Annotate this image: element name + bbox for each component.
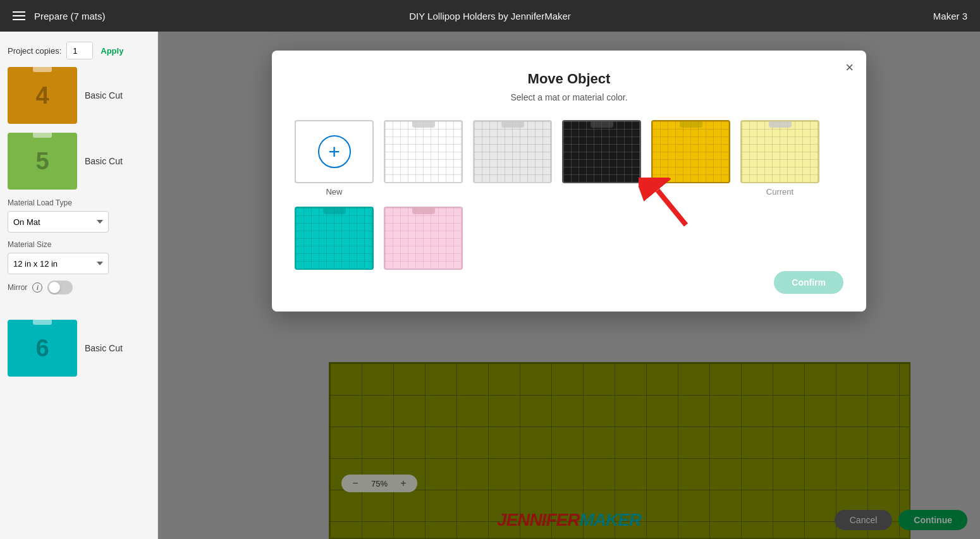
mat-grid-white <box>385 121 462 182</box>
mat-option-pink[interactable] <box>384 207 463 274</box>
mat-options-grid: + New <box>295 120 843 274</box>
svg-line-1 <box>658 190 686 225</box>
modal-close-button[interactable]: × <box>845 61 854 75</box>
modal-title: Move Object <box>295 71 843 87</box>
confirm-button[interactable]: Confirm <box>774 271 843 294</box>
mat-cut-type-5: Basic Cut <box>85 156 123 166</box>
mat-clip-6 <box>33 320 52 325</box>
mirror-row: Mirror i <box>8 281 150 294</box>
sidebar: Project copies: Apply 4 Basic Cut 5 Basi <box>0 32 158 539</box>
mat-clip-pink <box>412 208 435 214</box>
mat-info-4: Basic Cut <box>85 90 123 100</box>
arrow-indicator <box>639 178 695 228</box>
mat-thumb-black <box>562 120 641 183</box>
top-bar-project-title: DIY Lollipop Holders by JenniferMaker <box>409 11 571 21</box>
mat-option-teal[interactable] <box>295 207 374 274</box>
new-circle-icon: + <box>318 135 351 168</box>
mat-grid-pink <box>385 208 462 269</box>
material-size-label: Material Size <box>8 240 150 249</box>
mat-thumbnail-5: 5 <box>8 133 77 190</box>
mat-option-lightgray[interactable] <box>473 120 552 197</box>
mat-thumbnail-6: 6 <box>8 320 77 377</box>
mat-thumb-teal <box>295 207 374 270</box>
mat-thumb-new: + <box>295 120 374 183</box>
mat-info-6: Basic Cut <box>85 343 123 353</box>
mat-cut-type-6: Basic Cut <box>85 343 123 353</box>
mat-info-5: Basic Cut <box>85 156 123 166</box>
mat-clip-yellow <box>680 121 702 128</box>
modal-subtitle: Select a mat or material color. <box>295 92 843 102</box>
mat-clip-4 <box>33 67 52 72</box>
mat-clip-lightgray <box>501 121 524 128</box>
material-size-section: Material Size 12 in x 12 in <box>8 240 150 274</box>
material-load-section: Material Load Type On Mat <box>8 198 150 233</box>
mat-thumb-pink <box>384 207 463 270</box>
move-object-modal: × Move Object Select a mat or material c… <box>272 51 866 312</box>
mat-clip-black <box>591 121 613 128</box>
top-bar-title: Prepare (7 mats) <box>34 11 106 21</box>
mat-option-current-label: Current <box>766 187 793 197</box>
mat-number-4: 4 <box>35 82 49 109</box>
mat-number-6: 6 <box>35 335 49 362</box>
top-bar-maker-version: Maker 3 <box>933 11 967 21</box>
mat-option-black[interactable] <box>562 120 641 197</box>
mirror-toggle[interactable] <box>47 281 73 294</box>
mat-grid-teal <box>296 208 372 269</box>
mat-clip-white <box>412 121 435 128</box>
mat-grid-black <box>563 121 640 182</box>
project-copies-row: Project copies: Apply <box>8 42 150 59</box>
project-copies-label: Project copies: <box>8 46 61 56</box>
mat-option-new[interactable]: + New <box>295 120 374 197</box>
mat-option-lightyellow[interactable]: Current <box>740 120 819 197</box>
mat-item-5[interactable]: 5 Basic Cut <box>8 133 150 190</box>
apply-button[interactable]: Apply <box>98 45 126 57</box>
material-size-select[interactable]: 12 in x 12 in <box>8 253 109 274</box>
main-layout: Project copies: Apply 4 Basic Cut 5 Basi <box>0 32 980 539</box>
mat-thumb-lightyellow <box>740 120 819 183</box>
content-area: − 75% + JENNIFER MAKER Cancel Continue ×… <box>158 32 980 539</box>
mat-grid-yellow <box>652 121 729 182</box>
mat-grid-lightyellow <box>742 121 818 182</box>
mat-option-white[interactable] <box>384 120 463 197</box>
mat-item-6[interactable]: 6 Basic Cut <box>8 320 150 377</box>
mirror-info-icon[interactable]: i <box>32 282 42 293</box>
project-copies-input[interactable] <box>67 42 92 59</box>
mat-item-4[interactable]: 4 Basic Cut <box>8 67 150 124</box>
top-bar-left: Prepare (7 mats) <box>13 11 106 21</box>
mat-cut-type-4: Basic Cut <box>85 90 123 100</box>
mat-option-yellow[interactable] <box>651 120 730 197</box>
top-bar: Prepare (7 mats) DIY Lollipop Holders by… <box>0 0 980 32</box>
mat-thumb-white <box>384 120 463 183</box>
material-load-label: Material Load Type <box>8 198 150 207</box>
mat-thumb-lightgray <box>473 120 552 183</box>
mat-thumbnail-4: 4 <box>8 67 77 124</box>
mat-clip-5 <box>33 133 52 138</box>
hamburger-icon[interactable] <box>13 11 25 20</box>
mat-thumb-yellow <box>651 120 730 183</box>
mirror-label: Mirror <box>8 283 27 292</box>
mat-option-new-label: New <box>326 187 342 197</box>
mat-grid-lightgray <box>474 121 551 182</box>
project-copies-spinner[interactable] <box>66 42 93 59</box>
mat-clip-teal <box>323 208 346 214</box>
mat-clip-lightyellow <box>769 121 792 128</box>
mat-number-5: 5 <box>35 148 49 175</box>
material-load-select[interactable]: On Mat <box>8 211 109 233</box>
